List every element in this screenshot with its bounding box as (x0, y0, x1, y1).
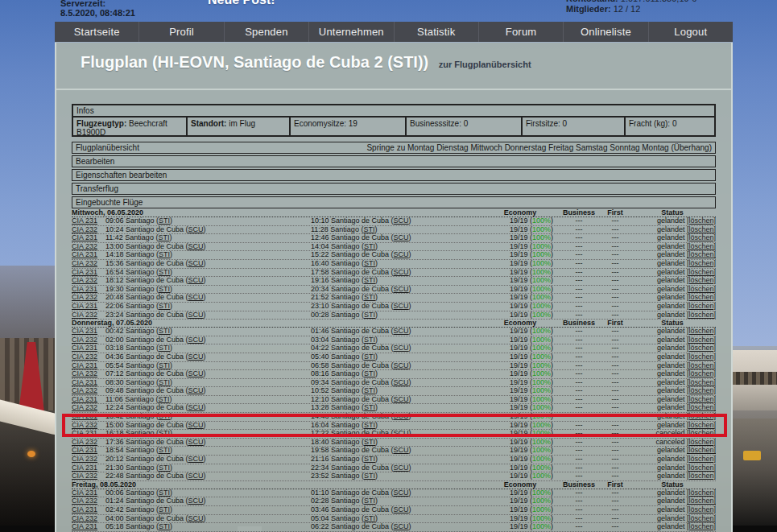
flightplan-overview-link[interactable]: zur Flugplanübersicht (439, 60, 531, 69)
nav-item-profil[interactable]: Profil (139, 22, 224, 42)
flight-number-link[interactable]: CIA 231 (72, 268, 97, 276)
arrival-airport-link[interactable]: SCU (394, 429, 409, 437)
arrival-airport-link[interactable]: SCU (394, 268, 409, 276)
delete-flight-link[interactable]: [löschen] (687, 446, 716, 454)
nav-item-logout[interactable]: Logout (649, 22, 733, 42)
delete-flight-link[interactable]: [löschen] (687, 250, 716, 258)
departure-airport-link[interactable]: STI (159, 327, 170, 335)
arrival-airport-link[interactable]: STI (364, 386, 375, 394)
menu-row-transferflug[interactable]: Transferflug (72, 183, 716, 195)
departure-airport-link[interactable]: STI (159, 412, 170, 420)
delete-flight-link[interactable]: [löschen] (687, 412, 716, 420)
delete-flight-link[interactable]: [löschen] (687, 429, 716, 437)
jump-day-links[interactable]: Montag Dienstag Mittwoch Donnerstag Frei… (407, 143, 712, 152)
arrival-airport-link[interactable]: SCU (394, 505, 409, 513)
departure-airport-link[interactable]: STI (159, 361, 170, 369)
delete-flight-link[interactable]: [löschen] (687, 233, 716, 241)
menu-overview-label[interactable]: Flugplanübersicht (76, 143, 139, 152)
flight-number-link[interactable]: CIA 232 (72, 472, 97, 480)
arrival-airport-link[interactable]: STI (364, 353, 375, 361)
delete-flight-link[interactable]: [löschen] (687, 353, 716, 361)
arrival-airport-link[interactable]: STI (364, 455, 375, 463)
menu-row-eigenschaften[interactable]: Eigenschaften bearbeiten (72, 169, 716, 181)
departure-airport-link[interactable]: STI (159, 217, 170, 225)
flight-number-link[interactable]: CIA 231 (72, 344, 97, 352)
departure-airport-link[interactable]: SCU (188, 293, 204, 301)
departure-airport-link[interactable]: SCU (188, 514, 204, 522)
departure-airport-link[interactable]: SCU (188, 455, 204, 463)
arrival-airport-link[interactable]: STI (364, 369, 375, 377)
departure-airport-link[interactable]: SCU (188, 276, 204, 284)
departure-airport-link[interactable]: SCU (188, 386, 204, 394)
flight-number-link[interactable]: CIA 231 (72, 233, 97, 241)
arrival-airport-link[interactable]: STI (364, 514, 375, 522)
departure-airport-link[interactable]: SCU (188, 472, 204, 480)
departure-airport-link[interactable]: STI (159, 464, 170, 472)
arrival-airport-link[interactable]: STI (364, 311, 375, 319)
departure-airport-link[interactable]: SCU (188, 403, 204, 411)
delete-flight-link[interactable]: [löschen] (687, 489, 716, 497)
arrival-airport-link[interactable]: SCU (394, 464, 409, 472)
arrival-airport-link[interactable]: STI (364, 497, 375, 505)
departure-airport-link[interactable]: STI (159, 522, 170, 530)
departure-airport-link[interactable]: SCU (188, 336, 204, 344)
arrival-airport-link[interactable]: STI (364, 438, 375, 446)
arrival-airport-link[interactable]: STI (363, 225, 374, 233)
departure-airport-link[interactable]: SCU (188, 242, 204, 250)
delete-flight-link[interactable]: [löschen] (687, 336, 716, 344)
delete-flight-link[interactable]: [löschen] (687, 293, 716, 301)
flight-number-link[interactable]: CIA 232 (72, 438, 97, 446)
departure-airport-link[interactable]: SCU (188, 353, 204, 361)
departure-airport-link[interactable]: STI (159, 378, 170, 386)
flight-number-link[interactable]: CIA 231 (72, 395, 97, 403)
departure-airport-link[interactable]: STI (159, 285, 170, 293)
delete-flight-link[interactable]: [löschen] (687, 344, 716, 352)
nav-item-statistik[interactable]: Statistik (395, 22, 479, 42)
arrival-airport-link[interactable]: SCU (394, 250, 409, 258)
delete-flight-link[interactable]: [löschen] (687, 302, 716, 310)
arrival-airport-link[interactable]: SCU (394, 395, 409, 403)
flight-number-link[interactable]: CIA 232 (72, 353, 97, 361)
delete-flight-link[interactable]: [löschen] (687, 497, 716, 505)
flight-number-link[interactable]: CIA 232 (72, 455, 97, 463)
flight-number-link[interactable]: CIA 232 (72, 311, 97, 319)
flight-number-link[interactable]: CIA 231 (72, 217, 97, 225)
delete-flight-link[interactable]: [löschen] (687, 361, 716, 369)
arrival-airport-link[interactable]: SCU (394, 344, 409, 352)
flight-number-link[interactable]: CIA 231 (72, 446, 97, 454)
flight-number-link[interactable]: CIA 232 (72, 259, 97, 267)
departure-airport-link[interactable]: SCU (188, 225, 204, 233)
delete-flight-link[interactable]: [löschen] (687, 464, 716, 472)
arrival-airport-link[interactable]: SCU (394, 446, 409, 454)
departure-airport-link[interactable]: STI (159, 302, 170, 310)
arrival-airport-link[interactable]: STI (364, 421, 375, 429)
delete-flight-link[interactable]: [löschen] (687, 259, 716, 267)
departure-airport-link[interactable]: SCU (188, 497, 204, 505)
delete-flight-link[interactable]: [löschen] (687, 268, 716, 276)
arrival-airport-link[interactable]: STI (364, 336, 375, 344)
delete-flight-link[interactable]: [löschen] (687, 514, 716, 522)
departure-airport-link[interactable]: SCU (188, 438, 204, 446)
delete-flight-link[interactable]: [löschen] (687, 455, 716, 463)
nav-item-startseite[interactable]: Startseite (55, 22, 139, 42)
flight-number-link[interactable]: CIA 232 (72, 403, 97, 411)
delete-flight-link[interactable]: [löschen] (687, 522, 716, 530)
arrival-airport-link[interactable]: STI (364, 276, 375, 284)
delete-flight-link[interactable]: [löschen] (687, 505, 716, 513)
departure-airport-link[interactable]: SCU (188, 421, 204, 429)
arrival-airport-link[interactable]: SCU (394, 361, 409, 369)
departure-airport-link[interactable]: STI (159, 429, 170, 437)
arrival-airport-link[interactable]: SCU (394, 217, 409, 225)
departure-airport-link[interactable]: STI (159, 268, 170, 276)
arrival-airport-link[interactable]: STI (364, 259, 375, 267)
flight-number-link[interactable]: CIA 231 (72, 361, 97, 369)
flight-number-link[interactable]: CIA 232 (72, 225, 97, 233)
delete-flight-link[interactable]: [löschen] (687, 386, 716, 394)
departure-airport-link[interactable]: STI (159, 344, 170, 352)
departure-airport-link[interactable]: STI (159, 489, 170, 497)
delete-flight-link[interactable]: [löschen] (687, 285, 716, 293)
menu-row-eingebuchte-fluege[interactable]: Eingebuchte Flüge (72, 196, 716, 208)
delete-flight-link[interactable]: [löschen] (687, 242, 716, 250)
arrival-airport-link[interactable]: SCU (394, 285, 409, 293)
flight-number-link[interactable]: CIA 231 (72, 327, 97, 335)
